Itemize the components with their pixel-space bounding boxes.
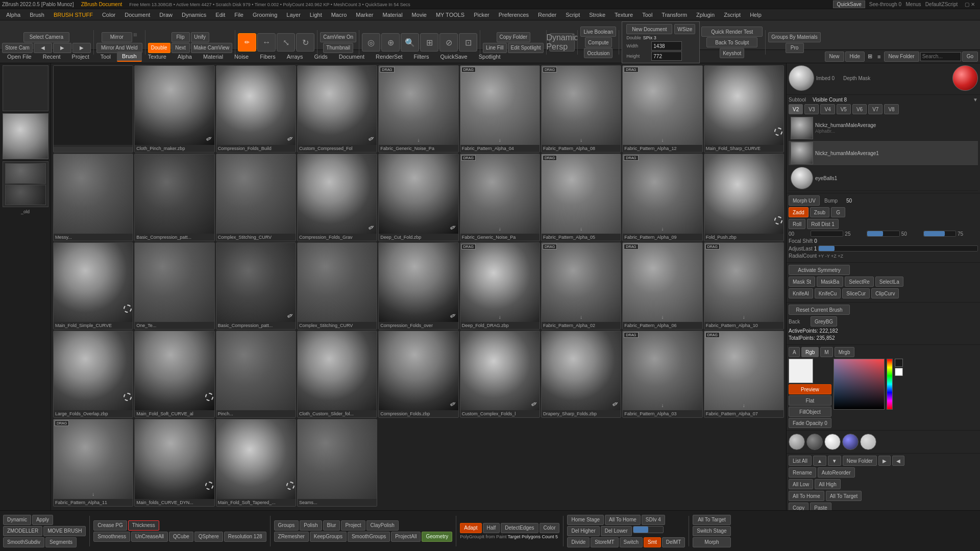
g-btn[interactable]: G (831, 207, 845, 217)
tab-noise[interactable]: Noise (229, 52, 254, 61)
menu-script[interactable]: Script (561, 11, 584, 19)
compute-btn[interactable]: Compute (585, 37, 612, 47)
thickness-btn[interactable]: Thickness (128, 520, 159, 531)
menu-material[interactable]: Material (378, 11, 406, 19)
tab-quicksave[interactable]: QuickSave (435, 52, 473, 61)
groups-by-mat-btn[interactable]: Groups By Materials (768, 32, 821, 42)
mirror-btn[interactable]: Mirror (102, 32, 132, 42)
tab-alpha[interactable]: Alpha (173, 52, 197, 61)
roll-btn[interactable]: Roll (789, 219, 805, 229)
arrow-up-btn[interactable]: ▲ (813, 456, 826, 466)
brush-item-fold_push[interactable]: Fold_Push.zbp (704, 154, 784, 241)
play-cam-btn[interactable]: ▶ (72, 43, 91, 53)
activate-symmetry-btn[interactable]: Activate Symmetry (789, 265, 850, 275)
del-higher-btn[interactable]: Del Higher (567, 526, 599, 536)
brush-item-basic_compression2[interactable]: ✏Basic_Compression_patt... (216, 242, 296, 330)
adjust-slider[interactable] (818, 245, 978, 252)
mat-thumb-3[interactable] (824, 434, 841, 450)
del-lower-btn[interactable]: Del Lower (601, 526, 632, 536)
flip-btn[interactable]: Flip (172, 32, 190, 42)
mat-thumb-2[interactable] (806, 434, 823, 450)
segments-btn[interactable]: Segments (45, 537, 77, 547)
aaHalf-btn[interactable]: ⊘ (439, 33, 458, 52)
tab-filters[interactable]: Filters (409, 52, 434, 61)
brush-item-complex_stitching2[interactable]: Complex_Stitching_CURV (297, 242, 377, 330)
keyshot-btn[interactable]: Keyshot (720, 48, 744, 58)
mat-thumb-1[interactable] (789, 434, 805, 450)
morph-btn[interactable]: Morph (693, 537, 730, 547)
v7-btn[interactable]: V7 (868, 104, 883, 114)
brush-item-main_fold_soft_curve[interactable]: Main_Fold_Soft_CURVE_al (134, 331, 214, 418)
divide-btn[interactable]: Divide (567, 537, 590, 547)
qsphere-btn[interactable]: QSphere (194, 532, 223, 542)
menu-movie[interactable]: Movie (408, 11, 431, 19)
menu-mytools[interactable]: MY TOOLS (432, 11, 469, 19)
brush-item-large_folds_overlap[interactable]: Large_Folds_Overlap.zbp (53, 331, 133, 418)
mask-st-btn[interactable]: Mask St (789, 277, 815, 287)
new-brush-btn[interactable]: New (825, 52, 844, 62)
quick-render-btn[interactable]: Quick Render Test (701, 27, 763, 37)
arrow-down-btn[interactable]: ▼ (828, 456, 841, 466)
subtool-item-3[interactable]: eyeBalls1 (789, 166, 978, 191)
brush-item-one_te[interactable]: One_Te... (134, 242, 214, 330)
zmodeller-btn[interactable]: ZMODELLER (3, 526, 42, 536)
folder-arrow-btn[interactable]: ▶ (878, 456, 891, 466)
pro-btn[interactable]: Pro (786, 43, 804, 53)
wsize-btn[interactable]: WSize (674, 24, 695, 34)
mrgb-btn[interactable]: Mrgb (835, 347, 854, 357)
brush-item-cloth_custom_slider[interactable]: Cloth_Custom_Slider_fol... (297, 331, 377, 418)
new-document-btn[interactable]: New Document (626, 24, 672, 34)
brush-item-compression_folds_grav[interactable]: ✏Compression_Folds_Grav (297, 154, 377, 241)
polish-btn[interactable]: Polish (300, 520, 322, 531)
qcube-btn[interactable]: QCube (169, 532, 193, 542)
menu-picker[interactable]: Picker (470, 11, 494, 19)
brush-item-fabric_pattern_alpha_03[interactable]: DRAG↓Fabric_Pattern_Alpha_03 (622, 331, 702, 418)
main-color-swatch[interactable] (789, 359, 813, 383)
view-toggle-btn[interactable]: ⊞ (866, 52, 874, 61)
clipcurv-btn[interactable]: ClipCurv (871, 288, 899, 298)
tab-document[interactable]: Document (334, 52, 370, 61)
trsp-btn[interactable]: ◎ (362, 33, 380, 52)
brush-item-basic_compression[interactable]: Basic_Compression_patt... (134, 154, 214, 241)
camview-on-btn[interactable]: CamView On (320, 32, 356, 42)
slider-25[interactable] (867, 231, 899, 237)
all-low-btn[interactable]: All Low (789, 479, 813, 489)
width-input[interactable] (651, 41, 682, 51)
next-btn[interactable]: Next (172, 43, 190, 53)
menu-document[interactable]: Document (120, 11, 154, 19)
apply-btn[interactable]: Apply (32, 515, 53, 525)
new-folder-btn[interactable]: New Folder (843, 456, 877, 466)
selectla-btn[interactable]: SelectLa (875, 277, 903, 287)
unify-btn[interactable]: Unify (191, 32, 209, 42)
zoom-btn[interactable]: 🔍 (401, 33, 419, 52)
brush-item-deep_cut[interactable]: ✏Deep_Cut_Fold.zbp (378, 154, 458, 241)
v6-btn[interactable]: V6 (852, 104, 867, 114)
slider-00[interactable] (811, 231, 843, 237)
keepgroups-btn[interactable]: KeepGroups (310, 532, 347, 542)
brush-item-compression_folds_zbp[interactable]: ✏Compression_Folds.zbp (378, 331, 458, 418)
tab-recent[interactable]: Recent (38, 52, 66, 61)
preview-btn[interactable]: Preview (789, 384, 831, 394)
v3-btn[interactable]: V3 (804, 104, 819, 114)
slider-50[interactable] (923, 231, 956, 237)
subtool-item-2[interactable]: Nickz_humanMaleAverage1 (789, 141, 978, 166)
smoothness-btn[interactable]: Smoothness (93, 532, 130, 542)
zremesher-btn[interactable]: ZRemesher (274, 532, 309, 542)
projectall-btn[interactable]: ProjectAll (391, 532, 421, 542)
menu-texture[interactable]: Texture (610, 11, 637, 19)
quicksave-button[interactable]: QuickSave (833, 1, 865, 8)
v2-btn[interactable]: V2 (789, 104, 803, 114)
smoothgroups-btn[interactable]: SmoothGroups (348, 532, 390, 542)
v4-btn[interactable]: V4 (820, 104, 835, 114)
brush-item-fabric_pattern_alpha_11[interactable]: DRAG↓Fabric_Pattern_Alpha_11 (53, 419, 133, 506)
detect-edges-btn[interactable]: DetectEdges (501, 523, 538, 533)
brush-item-fabric_pattern_alpha_10[interactable]: DRAG↓Fabric_Pattern_Alpha_10 (704, 242, 784, 330)
scale-btn[interactable]: ⤡ (277, 33, 295, 52)
brush-item-custom_compressed_fol[interactable]: ✏Custom_Compressed_Fol (297, 65, 377, 153)
resolution-btn[interactable]: Resolution 128 (224, 532, 266, 542)
menu-render[interactable]: Render (534, 11, 560, 19)
brush-item-empty[interactable] (53, 65, 133, 153)
mat-thumb-4[interactable] (842, 434, 859, 450)
brush-item-cloth_pinch[interactable]: ✏Cloth_Pinch_maker.zbp (134, 65, 214, 153)
half-btn[interactable]: Half (483, 523, 500, 533)
